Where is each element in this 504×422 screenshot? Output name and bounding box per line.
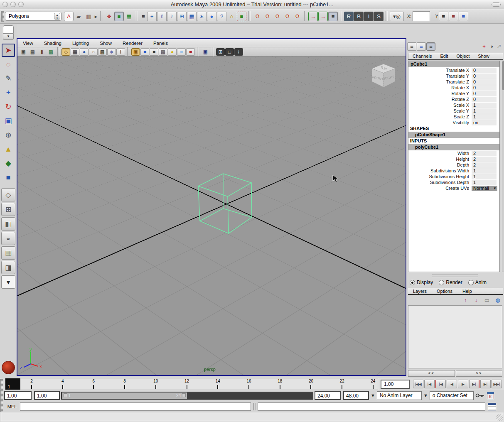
snap-to-planes-icon[interactable]: Ω — [283, 12, 292, 21]
animation-end-field[interactable]: 48.00 — [343, 391, 369, 400]
use-all-lights-icon[interactable]: ● — [168, 48, 177, 56]
radio-anim[interactable]: Anim — [468, 280, 487, 285]
menu-panels[interactable]: Panels — [148, 41, 173, 46]
smooth-shade-all-icon[interactable]: ■ — [140, 48, 149, 56]
select-tool[interactable]: ➤ — [2, 44, 15, 57]
menu-edit[interactable]: Edit — [436, 54, 452, 59]
wireframe-on-shaded-icon[interactable]: ▣ — [131, 48, 140, 56]
menu-view[interactable]: View — [17, 41, 39, 46]
show-manipulator-tool[interactable]: ◆ — [2, 157, 15, 170]
output-connections-icon[interactable]: → — [318, 12, 328, 21]
chevron-down-icon[interactable]: ▼ — [423, 393, 428, 398]
playback-start-field[interactable]: 1.00 — [4, 391, 32, 400]
range-end-handle[interactable] — [182, 393, 186, 397]
script-editor-icon[interactable] — [488, 403, 496, 410]
smooth-shade-display-icon[interactable]: ▦ — [71, 48, 79, 56]
perspective-viewport[interactable]: View Shading Lighting Show Renderer Pane… — [17, 38, 406, 376]
selector-arrows-icon[interactable]: ▲▼ — [54, 13, 60, 20]
layout-persp-graph-button[interactable]: ◒ — [1, 232, 15, 245]
select-component-mode-icon[interactable]: ▦ — [124, 12, 134, 21]
layout-persp-outliner-button[interactable]: ◧ — [1, 217, 15, 231]
channel-label[interactable]: Translate Z — [408, 79, 472, 84]
channel-label[interactable]: Scale Y — [408, 108, 472, 113]
soft-modification-tool[interactable]: ▲ — [2, 142, 15, 156]
render-settings-icon[interactable]: S — [374, 12, 384, 21]
menu-show[interactable]: Show — [94, 41, 117, 46]
channel-value[interactable]: 2 — [472, 162, 497, 168]
mel-divider[interactable] — [253, 403, 256, 410]
animation-start-field[interactable]: 1.00 — [34, 391, 60, 400]
isolate-select-icon[interactable]: ▣ — [201, 48, 210, 56]
universal-manipulator-tool[interactable]: ⊕ — [2, 128, 15, 142]
default-material-icon[interactable]: ■ — [177, 48, 186, 56]
channel-value[interactable]: 0 — [472, 79, 497, 85]
shaded-sphere-display-icon[interactable]: ● — [80, 48, 89, 56]
layer-editor-tab-icon[interactable]: ≡ — [417, 42, 426, 51]
channel-label[interactable]: Subdivisions Height — [408, 174, 472, 179]
collapse-arrow-icon[interactable]: ▸ — [94, 12, 98, 21]
current-frame-marker[interactable]: 1 — [5, 378, 20, 390]
pcube-wireframe[interactable] — [17, 56, 406, 375]
channel-label[interactable]: Rotate X — [408, 85, 472, 90]
channel-label[interactable]: Create UVs — [408, 186, 472, 191]
channel-layer-tab-icon[interactable]: ≡ — [426, 42, 435, 51]
channel-label[interactable]: Subdivisions Depth — [408, 180, 472, 185]
step-back-frame-button[interactable]: |◀ — [424, 380, 435, 388]
range-active-bar[interactable]: 1 24 — [62, 393, 187, 399]
channel-box-scrollbar[interactable] — [502, 61, 504, 272]
channel-value[interactable]: 0 — [472, 68, 497, 73]
move-layer-up-icon[interactable]: ↑ — [461, 296, 470, 304]
panel-splitter[interactable] — [432, 275, 478, 277]
nav-forward-button[interactable]: >> — [456, 370, 503, 377]
mel-label[interactable]: MEL — [4, 404, 20, 409]
node-header-pcube1[interactable]: pCube1 — [408, 61, 499, 67]
anim-layer-field[interactable]: No Anim Layer — [377, 391, 422, 400]
speed-toggle-icon[interactable]: ◑ — [488, 42, 495, 51]
channel-label[interactable]: Subdivisions Width — [408, 168, 472, 173]
move-tool[interactable]: + — [2, 86, 15, 99]
create-layer-from-selected-icon[interactable]: ◍ — [493, 296, 502, 304]
range-start-handle[interactable] — [64, 393, 67, 397]
create-empty-layer-icon[interactable]: ▭ — [482, 296, 492, 304]
playback-end-field[interactable]: 24.00 — [315, 391, 341, 400]
channel-value[interactable]: 1 — [472, 168, 497, 174]
channel-value[interactable]: 2 — [472, 157, 497, 162]
channel-label[interactable]: Scale Z — [408, 114, 472, 119]
open-scene-icon[interactable]: ▰ — [74, 12, 84, 21]
viewport-canvas[interactable]: TOP FRONT RIGHT y x z persp — [17, 56, 406, 375]
node-header-pcubeshape1[interactable]: pCubeShape1 — [408, 132, 499, 138]
lasso-select-tool[interactable]: ◌ — [2, 58, 15, 71]
channel-label[interactable]: Height — [408, 157, 472, 162]
flat-shade-display-icon[interactable]: ○ — [89, 48, 98, 56]
move-layer-down-icon[interactable]: ↓ — [472, 296, 481, 304]
mel-grip[interactable] — [0, 401, 3, 412]
channel-label[interactable]: Rotate Y — [408, 91, 472, 96]
text-display-icon[interactable]: T — [116, 48, 125, 56]
step-forward-key-button[interactable]: ▶| — [469, 380, 479, 388]
channel-box-tab-icon[interactable]: ≡ — [407, 42, 416, 51]
channel-label[interactable]: Translate X — [408, 68, 472, 73]
snap-to-points-icon[interactable]: Ω — [273, 12, 282, 21]
select-points-mask-icon[interactable]: + — [147, 12, 157, 21]
rotate-tool[interactable]: ↻ — [2, 100, 15, 113]
make-live-icon[interactable]: Ω — [293, 12, 302, 21]
play-backwards-button[interactable]: ◀ — [447, 380, 457, 388]
go-to-start-button[interactable]: |◀◀ — [413, 380, 423, 388]
construction-history-icon[interactable]: ≡ — [328, 12, 338, 21]
channel-box-toggle-icon[interactable]: ≡ — [459, 12, 468, 21]
select-joints-mask-icon[interactable]: ℓ — [157, 12, 167, 21]
menu-object[interactable]: Object — [452, 54, 474, 59]
scrollbar-thumb[interactable] — [502, 61, 504, 90]
channel-label[interactable]: Visibility — [408, 120, 472, 125]
window-resize-grip[interactable] — [497, 415, 503, 421]
channel-value[interactable]: 1 — [472, 103, 497, 108]
channel-label[interactable]: Width — [408, 151, 472, 156]
image-plane-icon[interactable]: ▩ — [47, 48, 55, 56]
menu-help[interactable]: Help — [457, 289, 477, 294]
radio-render[interactable]: Render — [439, 280, 462, 285]
scale-tool[interactable]: ▣ — [2, 114, 15, 128]
menu-shading[interactable]: Shading — [39, 41, 67, 46]
time-slider[interactable]: 1 24681012141618202224 — [5, 378, 378, 390]
channel-value[interactable]: 1 — [472, 174, 497, 179]
menu-visibility-button[interactable] — [3, 25, 14, 34]
